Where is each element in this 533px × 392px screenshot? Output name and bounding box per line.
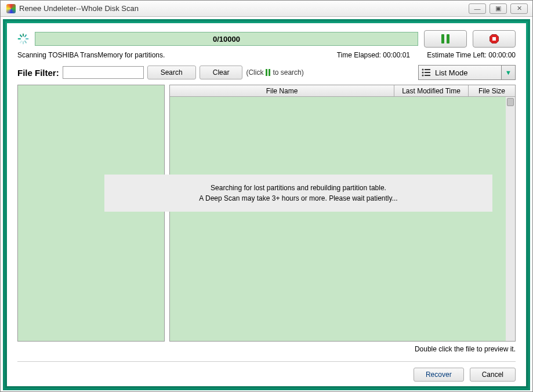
column-headers: File Name Last Modified Time File Size [170, 85, 515, 97]
main-frame: 0/10000 Scanning TOSHIBA TransMemory for… [3, 19, 530, 390]
pause-icon [441, 34, 449, 43]
list-mode-dropdown[interactable]: List Mode ▼ [418, 65, 516, 80]
filter-label: File Filter: [17, 68, 59, 78]
filter-row: File Filter: Search Clear (Click to sear… [17, 65, 516, 80]
list-icon [419, 68, 434, 77]
cancel-button[interactable]: Cancel [470, 368, 516, 382]
search-button[interactable]: Search [147, 66, 196, 79]
svg-point-12 [422, 72, 424, 74]
window-controls: — ▣ ✕ [469, 3, 528, 14]
app-window: Renee Undeleter--Whole Disk Scan — ▣ ✕ [0, 0, 533, 392]
chevron-down-icon: ▼ [501, 66, 515, 79]
filter-input[interactable] [63, 66, 144, 79]
scrollbar-thumb[interactable] [507, 98, 514, 106]
pause-icon-small [266, 69, 270, 76]
file-list-body[interactable] [170, 97, 515, 341]
progress-text: 0/10000 [35, 32, 418, 45]
status-row: Scanning TOSHIBA TransMemory for partiti… [17, 51, 516, 59]
panels: File Name Last Modified Time File Size S… [17, 85, 516, 342]
svg-rect-15 [425, 75, 430, 76]
scrollbar[interactable] [506, 97, 515, 341]
col-file-name[interactable]: File Name [170, 85, 394, 96]
window-title: Renee Undeleter--Whole Disk Scan [19, 4, 139, 13]
overlay-line2: A Deep Scan may take 3+ hours or more. P… [116, 193, 481, 204]
scan-status-text: Scanning TOSHIBA TransMemory for partiti… [17, 51, 301, 59]
svg-point-10 [422, 69, 424, 71]
col-modified-time[interactable]: Last Modified Time [394, 85, 469, 96]
svg-rect-9 [492, 37, 496, 41]
overlay-line1: Searching for lost partitions and rebuil… [116, 183, 481, 193]
time-estimate: Estimate Time Left: 00:00:00 [417, 51, 516, 59]
file-list-panel: File Name Last Modified Time File Size [169, 85, 516, 342]
list-mode-label: List Mode [434, 68, 501, 77]
maximize-button[interactable]: ▣ [490, 3, 507, 14]
svg-line-7 [20, 35, 21, 37]
minimize-button[interactable]: — [469, 3, 486, 14]
filter-hint: (Click to search) [246, 68, 303, 77]
svg-rect-11 [425, 69, 430, 70]
close-button[interactable]: ✕ [510, 3, 528, 14]
spinner-icon [17, 33, 29, 45]
divider [17, 361, 516, 362]
pause-button[interactable] [424, 30, 467, 48]
svg-line-5 [20, 41, 21, 43]
time-elapsed: Time Elapsed: 00:00:01 [301, 51, 417, 59]
clear-button[interactable]: Clear [200, 66, 243, 79]
svg-point-14 [422, 75, 424, 77]
col-file-size[interactable]: File Size [469, 85, 515, 96]
preview-hint: Double click the file to preview it. [17, 345, 516, 353]
svg-rect-13 [425, 72, 430, 73]
recover-button[interactable]: Recover [414, 368, 464, 382]
stop-icon [489, 34, 499, 44]
progress-row: 0/10000 [17, 30, 516, 48]
titlebar[interactable]: Renee Undeleter--Whole Disk Scan — ▣ ✕ [1, 1, 532, 17]
app-icon [6, 4, 16, 13]
progress-bar: 0/10000 [35, 32, 418, 46]
folder-tree-panel[interactable] [17, 85, 165, 342]
scanning-overlay: Searching for lost partitions and rebuil… [104, 175, 492, 212]
svg-line-3 [25, 41, 26, 43]
stop-button[interactable] [473, 30, 516, 48]
svg-line-1 [25, 35, 26, 37]
action-row: Recover Cancel [17, 368, 516, 382]
